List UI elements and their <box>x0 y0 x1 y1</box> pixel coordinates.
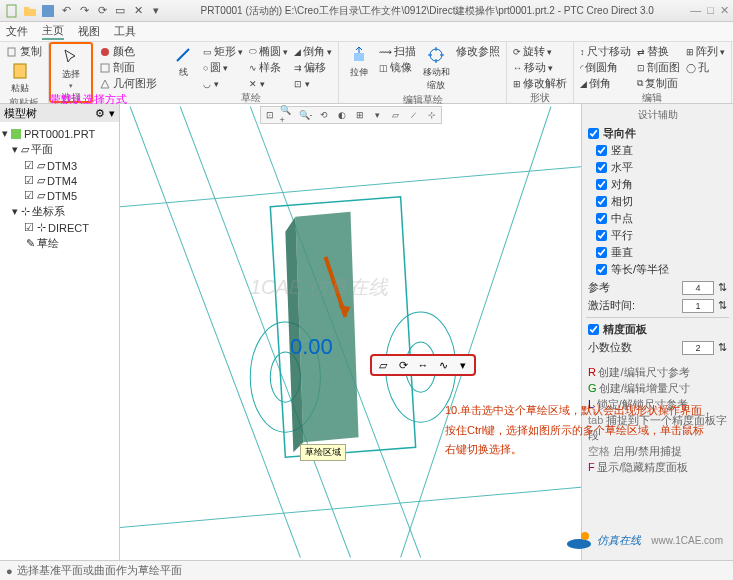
copy-button[interactable]: 复制 <box>4 44 44 59</box>
move-button[interactable]: ↔ 移动 ▾ <box>511 60 569 75</box>
move-scale-button[interactable]: 移动和缩放 <box>420 44 452 93</box>
extrude-button[interactable]: ⊞ 修改解析 <box>511 76 569 91</box>
maximize-icon[interactable]: □ <box>707 4 714 17</box>
menu-home[interactable]: 主页 <box>42 23 64 40</box>
group-label: 编辑 <box>578 91 727 103</box>
tangent-check[interactable]: 相切 <box>596 194 729 209</box>
tree-filter-icon[interactable]: ▾ <box>109 107 115 120</box>
svg-line-6 <box>177 49 189 61</box>
perp-check[interactable]: 垂直 <box>596 245 729 260</box>
canvas-3d[interactable]: ⊡ 🔍+ 🔍- ⟲ ◐ ⊞ ▾ ▱ ⟋ ⊹ 0.00 ▱ ⟳ ↔ ∿ ▾ 草绘区… <box>120 104 581 560</box>
titlebar: ↶ ↷ ⟳ ▭ ✕ ▾ PRT0001 (活动的) E:\Creo工作目录\工作… <box>0 0 733 22</box>
tree-planes[interactable]: ▾ ▱ 平面 <box>2 141 117 158</box>
tree-root[interactable]: ▾ PRT0001.PRT <box>2 126 117 141</box>
tree-dtm3[interactable]: ☑ ▱ DTM3 <box>2 158 117 173</box>
group-editsketch: 拉伸 ⟿ 扫描 ◫ 镜像 移动和缩放 修改参照 编辑草绘 <box>339 42 507 103</box>
group-label: 草绘 <box>167 91 334 103</box>
ctx-icon-3[interactable]: ↔ <box>416 358 430 372</box>
point-button[interactable]: ✕ ▾ <box>247 76 290 91</box>
geom-button[interactable]: 几何图形 <box>97 76 159 91</box>
vert-check[interactable]: 竖直 <box>596 143 729 158</box>
spline-button[interactable]: ∿ 样条 <box>247 60 290 75</box>
dimension-value[interactable]: 0.00 <box>290 334 333 360</box>
regen-icon[interactable]: ⟳ <box>94 3 110 19</box>
offset-button[interactable]: ⇉ 偏移 <box>292 60 334 75</box>
close-icon[interactable]: ✕ <box>720 4 729 17</box>
windows-icon[interactable]: ▭ <box>112 3 128 19</box>
tree-csys[interactable]: ▾ ⊹ 坐标系 <box>2 203 117 220</box>
hint-f: F 显示/隐藏精度面板 <box>588 460 727 475</box>
hint-r: R 创建/编辑尺寸参考 <box>588 365 727 380</box>
sweep-button[interactable]: ⟿ 扫描 <box>377 44 418 59</box>
menu-tools[interactable]: 工具 <box>114 24 136 39</box>
project-button[interactable]: ⊡ ▾ <box>292 76 334 91</box>
menu-file[interactable]: 文件 <box>6 24 28 39</box>
arc-button[interactable]: ◡ ▾ <box>201 76 245 91</box>
redo-icon[interactable]: ↷ <box>76 3 92 19</box>
svg-line-17 <box>120 487 581 527</box>
paste-button[interactable]: 粘贴 <box>4 60 36 96</box>
mid-check[interactable]: 中点 <box>596 211 729 226</box>
group-edit: ↕ 尺寸移动 ◜ 倒圆角 ◢ 倒角 ⇄ 替换 ⊡ 剖面图 ⧉ 复制面 ⊞ 阵列 … <box>574 42 732 103</box>
svg-line-12 <box>130 107 300 558</box>
chamfer-button[interactable]: ◢ 倒角 ▾ <box>292 44 334 59</box>
tree-sketch[interactable]: ✎ 草绘 <box>2 235 117 252</box>
delay-spinner[interactable]: 1 <box>682 299 714 313</box>
close-win-icon[interactable]: ✕ <box>130 3 146 19</box>
round-button[interactable]: ◜ 倒圆角 <box>578 60 633 75</box>
window-title: PRT0001 (活动的) E:\Creo工作目录\工作文件\0912\Dire… <box>164 4 690 18</box>
minimize-icon[interactable]: — <box>690 4 701 17</box>
panel-title: 设计辅助 <box>586 108 729 122</box>
menubar: 文件 主页 视图 工具 <box>0 22 733 42</box>
svg-rect-5 <box>101 64 109 72</box>
tree-dtm4[interactable]: ☑ ▱ DTM4 <box>2 173 117 188</box>
tree-settings-icon[interactable]: ⚙ <box>95 107 105 120</box>
dimmove-button[interactable]: ↕ 尺寸移动 <box>578 44 633 59</box>
rect-button[interactable]: ▭ 矩形 ▾ <box>201 44 245 59</box>
section-button[interactable]: 剖面 <box>97 60 159 75</box>
guide-check[interactable]: 导向件 <box>588 126 729 141</box>
ctx-icon-2[interactable]: ⟳ <box>396 358 410 372</box>
copyface-button[interactable]: ⧉ 复制面 <box>635 76 682 91</box>
tree-dtm5[interactable]: ☑ ▱ DTM5 <box>2 188 117 203</box>
hole-button[interactable]: ◯ 孔 <box>684 60 727 75</box>
window-controls: — □ ✕ <box>690 4 729 17</box>
horiz-check[interactable]: 水平 <box>596 160 729 175</box>
svg-line-15 <box>401 107 551 558</box>
select-button[interactable]: 选择 ▾ <box>55 46 87 91</box>
chamfer2-button[interactable]: ◢ 倒角 <box>578 76 633 91</box>
svg-rect-2 <box>8 48 15 56</box>
replace-button[interactable]: ⇄ 替换 <box>635 44 682 59</box>
undo-icon[interactable]: ↶ <box>58 3 74 19</box>
menu-view[interactable]: 视图 <box>78 24 100 39</box>
ellipse-button[interactable]: ⬭ 椭圆 ▾ <box>247 44 290 59</box>
context-toolbar: ▱ ⟳ ↔ ∿ ▾ <box>370 354 476 376</box>
circle-button[interactable]: ○ 圆 ▾ <box>201 60 245 75</box>
pattern-button[interactable]: ⊞ 阵列 ▾ <box>684 44 727 59</box>
parallel-check[interactable]: 平行 <box>596 228 729 243</box>
new-icon[interactable] <box>4 3 20 19</box>
open-icon[interactable] <box>22 3 38 19</box>
mirror-button[interactable]: ◫ 镜像 <box>377 60 418 75</box>
hint-g: G 创建/编辑增量尺寸 <box>588 381 727 396</box>
pull-button[interactable]: 拉伸 <box>343 44 375 80</box>
logo-icon <box>565 530 593 550</box>
dropdown-icon[interactable]: ▾ <box>148 3 164 19</box>
ctx-icon-4[interactable]: ∿ <box>436 358 450 372</box>
modref-button[interactable]: 修改参照 <box>454 44 502 59</box>
decimals-spinner[interactable]: 2 <box>682 341 714 355</box>
save-icon[interactable] <box>40 3 56 19</box>
rotate-button[interactable]: ⟳ 旋转 ▾ <box>511 44 569 59</box>
equal-check[interactable]: 等长/等半径 <box>596 262 729 277</box>
color-button[interactable]: 颜色 <box>97 44 159 59</box>
svg-rect-11 <box>11 129 21 139</box>
precision-check[interactable]: 精度面板 <box>588 322 729 337</box>
ref-spinner[interactable]: 4 <box>682 281 714 295</box>
diag-check[interactable]: 对角 <box>596 177 729 192</box>
tree-direct[interactable]: ☑ ⊹ DIRECT <box>2 220 117 235</box>
status-bar: ● 选择基准平面或曲面作为草绘平面 <box>0 560 733 580</box>
ctx-icon-5[interactable]: ▾ <box>456 358 470 372</box>
line-button[interactable]: 线 <box>167 44 199 80</box>
ctx-icon-1[interactable]: ▱ <box>376 358 390 372</box>
shell-button[interactable]: ⊡ 剖面图 <box>635 60 682 75</box>
